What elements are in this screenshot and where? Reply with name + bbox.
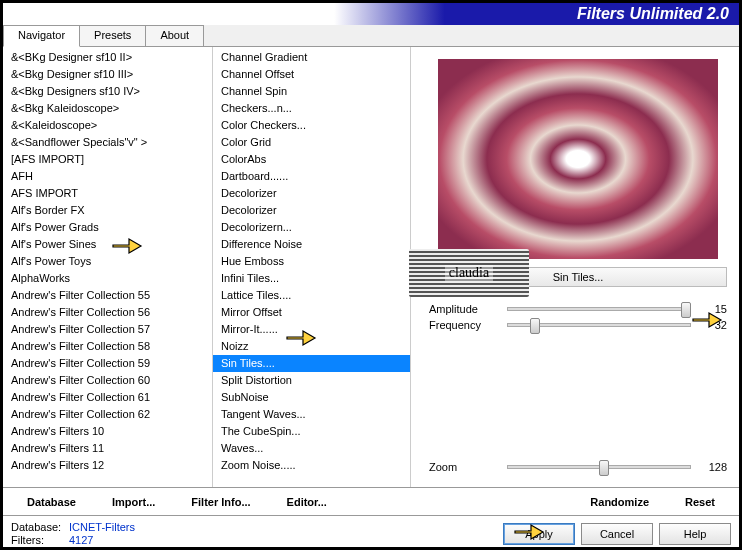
- footer: Database:ICNET-Filters Filters:4127 Appl…: [3, 515, 739, 550]
- slider-row: Frequency32: [429, 319, 727, 331]
- category-item[interactable]: Alf's Power Toys: [3, 253, 212, 270]
- category-item[interactable]: &<Sandflower Specials"v" >: [3, 134, 212, 151]
- category-item[interactable]: Andrew's Filter Collection 58: [3, 338, 212, 355]
- filter-item[interactable]: Decolorizern...: [213, 219, 410, 236]
- filters-count-value: 4127: [69, 534, 93, 546]
- filter-item[interactable]: Mirror Offset: [213, 304, 410, 321]
- tab-presets[interactable]: Presets: [79, 25, 146, 46]
- filter-item[interactable]: Checkers...n...: [213, 100, 410, 117]
- db-label: Database:: [11, 521, 69, 533]
- database-button[interactable]: Database: [9, 496, 94, 508]
- footer-buttons: Apply Cancel Help: [503, 523, 731, 545]
- filter-item[interactable]: Decolorizer: [213, 202, 410, 219]
- tab-navigator[interactable]: Navigator: [3, 25, 80, 47]
- category-item[interactable]: &<Bkg Designers sf10 IV>: [3, 83, 212, 100]
- zoom-slider[interactable]: [507, 465, 691, 469]
- slider-row: Amplitude15: [429, 303, 727, 315]
- title-bar: Filters Unlimited 2.0: [3, 3, 739, 25]
- main-area: &<BKg Designer sf10 II>&<Bkg Designer sf…: [3, 47, 739, 487]
- preview-image: [438, 59, 718, 259]
- filter-item[interactable]: The CubeSpin...: [213, 423, 410, 440]
- category-item[interactable]: Andrew's Filter Collection 55: [3, 287, 212, 304]
- category-item[interactable]: &<Bkg Designer sf10 III>: [3, 66, 212, 83]
- slider-label: Amplitude: [429, 303, 499, 315]
- category-item[interactable]: Alf's Border FX: [3, 202, 212, 219]
- slider-label: Frequency: [429, 319, 499, 331]
- slider-track[interactable]: [507, 323, 691, 327]
- footer-info: Database:ICNET-Filters Filters:4127: [11, 521, 135, 546]
- category-item[interactable]: Andrew's Filter Collection 61: [3, 389, 212, 406]
- category-list[interactable]: &<BKg Designer sf10 II>&<Bkg Designer sf…: [3, 47, 213, 487]
- category-item[interactable]: Andrew's Filter Collection 59: [3, 355, 212, 372]
- category-item[interactable]: Andrew's Filter Collection 57: [3, 321, 212, 338]
- reset-button[interactable]: Reset: [667, 496, 733, 508]
- filter-item[interactable]: Zoom Noise.....: [213, 457, 410, 474]
- category-item[interactable]: Alf's Power Sines: [3, 236, 212, 253]
- filter-item[interactable]: Infini Tiles...: [213, 270, 410, 287]
- filter-item[interactable]: Channel Offset: [213, 66, 410, 83]
- slider-value: 32: [699, 319, 727, 331]
- category-item[interactable]: &<Kaleidoscope>: [3, 117, 212, 134]
- filter-item[interactable]: Noizz: [213, 338, 410, 355]
- zoom-value: 128: [699, 461, 727, 473]
- category-item[interactable]: Alf's Power Grads: [3, 219, 212, 236]
- filter-item[interactable]: Channel Spin: [213, 83, 410, 100]
- filter-item[interactable]: Hue Emboss: [213, 253, 410, 270]
- filter-item[interactable]: Difference Noise: [213, 236, 410, 253]
- filter-item[interactable]: Waves...: [213, 440, 410, 457]
- filter-item[interactable]: Split Distortion: [213, 372, 410, 389]
- slider-track[interactable]: [507, 307, 691, 311]
- category-item[interactable]: Andrew's Filters 10: [3, 423, 212, 440]
- randomize-button[interactable]: Randomize: [572, 496, 667, 508]
- app-title: Filters Unlimited 2.0: [577, 5, 729, 23]
- tab-about[interactable]: About: [145, 25, 204, 46]
- toolbar: Database Import... Filter Info... Editor…: [3, 487, 739, 515]
- category-item[interactable]: AlphaWorks: [3, 270, 212, 287]
- category-item[interactable]: Andrew's Filter Collection 56: [3, 304, 212, 321]
- filter-item[interactable]: Color Grid: [213, 134, 410, 151]
- filter-item[interactable]: Tangent Waves...: [213, 406, 410, 423]
- category-item[interactable]: Andrew's Filter Collection 62: [3, 406, 212, 423]
- help-button[interactable]: Help: [659, 523, 731, 545]
- filter-item[interactable]: Decolorizer: [213, 185, 410, 202]
- slider-value: 15: [699, 303, 727, 315]
- filters-count-label: Filters:: [11, 534, 69, 546]
- filter-item[interactable]: Color Checkers...: [213, 117, 410, 134]
- filter-item[interactable]: Sin Tiles....: [213, 355, 410, 372]
- filter-item[interactable]: Dartboard......: [213, 168, 410, 185]
- category-item[interactable]: AFH: [3, 168, 212, 185]
- watermark: claudia: [409, 249, 529, 297]
- import-button[interactable]: Import...: [94, 496, 173, 508]
- editor-button[interactable]: Editor...: [269, 496, 345, 508]
- category-item[interactable]: Andrew's Filters 11: [3, 440, 212, 457]
- db-value: ICNET-Filters: [69, 521, 135, 533]
- zoom-slider-row: Zoom 128: [429, 461, 727, 473]
- apply-button[interactable]: Apply: [503, 523, 575, 545]
- category-item[interactable]: Andrew's Filter Collection 60: [3, 372, 212, 389]
- filter-item[interactable]: Channel Gradient: [213, 49, 410, 66]
- category-item[interactable]: [AFS IMPORT]: [3, 151, 212, 168]
- filter-item[interactable]: Lattice Tiles....: [213, 287, 410, 304]
- filter-list[interactable]: Channel GradientChannel OffsetChannel Sp…: [213, 47, 411, 487]
- filter-item[interactable]: ColorAbs: [213, 151, 410, 168]
- tab-strip: Navigator Presets About: [3, 25, 739, 47]
- category-item[interactable]: &<BKg Designer sf10 II>: [3, 49, 212, 66]
- cancel-button[interactable]: Cancel: [581, 523, 653, 545]
- category-item[interactable]: Andrew's Filters 12: [3, 457, 212, 474]
- category-item[interactable]: AFS IMPORT: [3, 185, 212, 202]
- zoom-label: Zoom: [429, 461, 499, 473]
- filter-info-button[interactable]: Filter Info...: [173, 496, 268, 508]
- filter-item[interactable]: SubNoise: [213, 389, 410, 406]
- category-item[interactable]: &<Bkg Kaleidoscope>: [3, 100, 212, 117]
- filter-item[interactable]: Mirror-It......: [213, 321, 410, 338]
